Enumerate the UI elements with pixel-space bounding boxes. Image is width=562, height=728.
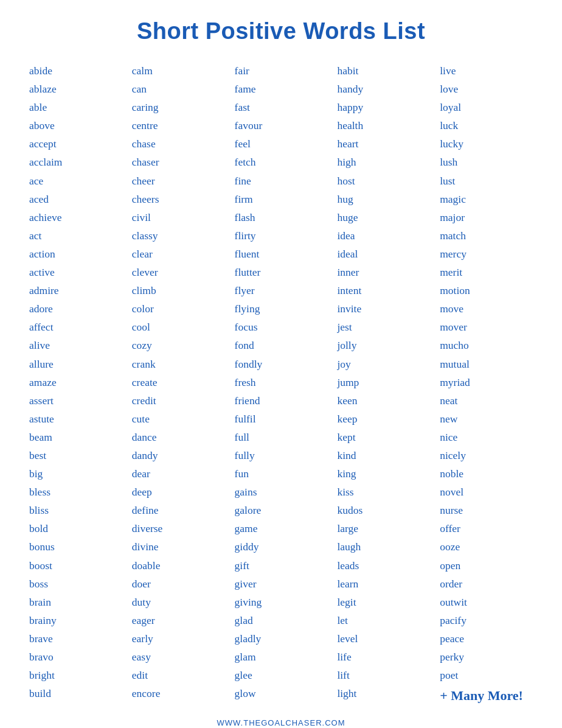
- word-item: big: [24, 464, 127, 483]
- word-item: keen: [332, 391, 435, 410]
- word-item: invite: [332, 299, 435, 318]
- word-item: create: [127, 373, 230, 391]
- word-item: deep: [127, 483, 230, 501]
- word-item: fun: [230, 464, 333, 483]
- word-grid: abidecalmfairhabitliveablazecanfamehandy…: [24, 61, 538, 707]
- word-item: king: [332, 464, 435, 483]
- word-item: cool: [127, 318, 230, 336]
- word-item: perky: [435, 648, 538, 666]
- word-item: giver: [230, 575, 333, 593]
- word-item: huge: [332, 208, 435, 226]
- word-item: poet: [435, 666, 538, 684]
- word-item: idea: [332, 226, 435, 245]
- word-item: eager: [127, 611, 230, 629]
- word-item: lush: [435, 153, 538, 171]
- word-item: learn: [332, 575, 435, 593]
- word-item: bravo: [24, 648, 127, 666]
- word-item: neat: [435, 391, 538, 410]
- word-item: keep: [332, 410, 435, 428]
- word-item: mover: [435, 318, 538, 336]
- word-item: best: [24, 446, 127, 464]
- word-item: adore: [24, 299, 127, 318]
- word-item: game: [230, 519, 333, 537]
- word-item: pacify: [435, 611, 538, 629]
- word-item: doer: [127, 575, 230, 593]
- word-item: achieve: [24, 208, 127, 226]
- word-item: acclaim: [24, 153, 127, 171]
- word-item: active: [24, 263, 127, 281]
- word-item: ooze: [435, 537, 538, 556]
- word-item: peace: [435, 629, 538, 648]
- word-item: assert: [24, 391, 127, 410]
- word-item: habit: [332, 61, 435, 80]
- word-item: calm: [127, 61, 230, 80]
- word-item: outwit: [435, 593, 538, 611]
- word-item: gift: [230, 556, 333, 575]
- word-item: centre: [127, 116, 230, 135]
- word-item: friend: [230, 391, 333, 410]
- word-item: magic: [435, 190, 538, 208]
- word-item: dear: [127, 464, 230, 483]
- word-item: fluent: [230, 245, 333, 263]
- word-item: build: [24, 684, 127, 707]
- word-item: duty: [127, 593, 230, 611]
- word-item: large: [332, 519, 435, 537]
- word-item: laugh: [332, 537, 435, 556]
- word-item: glad: [230, 611, 333, 629]
- word-item: let: [332, 611, 435, 629]
- word-item: caring: [127, 98, 230, 116]
- word-item: fresh: [230, 373, 333, 391]
- word-item: fame: [230, 80, 333, 98]
- word-item: crank: [127, 355, 230, 373]
- word-item: define: [127, 501, 230, 519]
- word-item: bliss: [24, 501, 127, 519]
- word-item: heart: [332, 135, 435, 153]
- word-item: dandy: [127, 446, 230, 464]
- word-item: love: [435, 80, 538, 98]
- word-item: flirty: [230, 226, 333, 245]
- word-item: cozy: [127, 336, 230, 354]
- word-item: gains: [230, 483, 333, 501]
- word-item: favour: [230, 116, 333, 135]
- word-item: jump: [332, 373, 435, 391]
- word-item: fast: [230, 98, 333, 116]
- word-item: glow: [230, 684, 333, 707]
- word-item: fond: [230, 336, 333, 354]
- word-item: glam: [230, 648, 333, 666]
- word-item: cheer: [127, 172, 230, 190]
- word-item: affect: [24, 318, 127, 336]
- word-item: level: [332, 629, 435, 648]
- word-item: merit: [435, 263, 538, 281]
- word-item: kudos: [332, 501, 435, 519]
- word-item: accept: [24, 135, 127, 153]
- word-item: bright: [24, 666, 127, 684]
- word-item: mercy: [435, 245, 538, 263]
- word-item: new: [435, 410, 538, 428]
- word-item: action: [24, 245, 127, 263]
- word-item: + Many More!: [435, 684, 538, 707]
- word-item: chaser: [127, 153, 230, 171]
- word-item: myriad: [435, 373, 538, 391]
- footer-text: WWW.THEGOALCHASER.COM: [24, 718, 538, 727]
- word-item: full: [230, 428, 333, 446]
- word-item: chase: [127, 135, 230, 153]
- word-item: divine: [127, 537, 230, 556]
- word-item: leads: [332, 556, 435, 575]
- word-item: civil: [127, 208, 230, 226]
- word-item: able: [24, 98, 127, 116]
- word-item: can: [127, 80, 230, 98]
- word-item: giving: [230, 593, 333, 611]
- word-item: early: [127, 629, 230, 648]
- word-item: intent: [332, 281, 435, 299]
- word-item: motion: [435, 281, 538, 299]
- word-item: clever: [127, 263, 230, 281]
- word-item: feel: [230, 135, 333, 153]
- word-item: bonus: [24, 537, 127, 556]
- word-item: fetch: [230, 153, 333, 171]
- word-item: classy: [127, 226, 230, 245]
- word-item: mutual: [435, 355, 538, 373]
- word-item: above: [24, 116, 127, 135]
- word-item: abide: [24, 61, 127, 80]
- word-item: open: [435, 556, 538, 575]
- word-item: mucho: [435, 336, 538, 354]
